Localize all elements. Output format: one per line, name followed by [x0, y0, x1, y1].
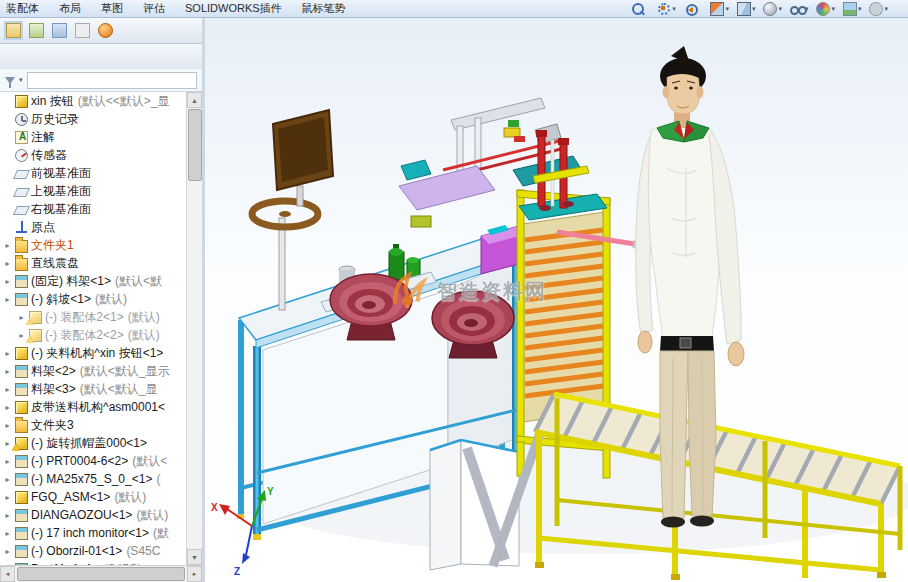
- expand-arrow[interactable]: ▸: [3, 439, 12, 448]
- tree-item[interactable]: ▸ 料架<2> (默认<默认_显示: [0, 362, 187, 380]
- view-settings-icon[interactable]: ▾: [869, 2, 888, 16]
- expand-arrow[interactable]: ▸: [3, 277, 12, 286]
- tree-item[interactable]: ▸ (-) 旋转抓帽盖000<1>: [0, 434, 187, 452]
- expand-arrow[interactable]: ▸: [3, 259, 12, 268]
- chevron-down-icon[interactable]: ▾: [725, 5, 729, 13]
- tree-item[interactable]: ▸ 传感器: [0, 146, 187, 164]
- expand-arrow[interactable]: ▸: [3, 493, 12, 502]
- tree-horizontal-scrollbar[interactable]: ◂ ▸: [0, 565, 202, 582]
- propertymanager-tab-icon[interactable]: [29, 23, 44, 38]
- expand-arrow[interactable]: ▸: [17, 313, 26, 322]
- scroll-left-button[interactable]: ◂: [0, 566, 15, 582]
- previous-view-icon[interactable]: ▾: [684, 2, 703, 16]
- tree-item[interactable]: ▸ 历史记录: [0, 110, 187, 128]
- tree-item[interactable]: ▸ 注解: [0, 128, 187, 146]
- tree-item[interactable]: ▸ 原点: [0, 218, 187, 236]
- chevron-down-icon[interactable]: ▾: [858, 5, 862, 13]
- graphics-viewport[interactable]: X Y Z 智造资料网: [205, 18, 908, 582]
- tree-item[interactable]: ▸ 料架<3> (默认<默认_显: [0, 380, 187, 398]
- filter-caret-icon[interactable]: ▾: [19, 76, 23, 84]
- scroll-down-button[interactable]: ▼: [187, 549, 202, 565]
- tree-item[interactable]: ▸ DIANGAOZOU<1> (默认): [0, 506, 187, 524]
- expand-arrow[interactable]: ▸: [3, 421, 12, 430]
- tree-item[interactable]: ▸ FGQ_ASM<1> (默认): [0, 488, 187, 506]
- tree-item[interactable]: ▸ 上视基准面: [0, 182, 187, 200]
- zoom-fit-icon[interactable]: ▾: [631, 2, 650, 16]
- item-label: 文件夹1: [31, 237, 74, 254]
- chevron-down-icon[interactable]: ▾: [884, 5, 888, 13]
- tree-item[interactable]: ▸ (-) 装配体2<2> (默认): [0, 326, 187, 344]
- expand-arrow[interactable]: ▸: [3, 565, 12, 566]
- section-view-icon[interactable]: ▾: [710, 2, 729, 16]
- expand-arrow[interactable]: ▸: [3, 349, 12, 358]
- tree-item[interactable]: ▸ 右视基准面: [0, 200, 187, 218]
- tree-item[interactable]: ▸ 文件夹3: [0, 416, 187, 434]
- assembly-model[interactable]: X Y Z: [205, 18, 908, 582]
- scroll-right-button[interactable]: ▸: [187, 566, 202, 582]
- configurationmanager-tab-icon[interactable]: [52, 23, 67, 38]
- enclosure-box[interactable]: [430, 440, 519, 570]
- chevron-down-icon[interactable]: ▾: [752, 5, 756, 13]
- hide-show-items-icon[interactable]: ▾: [790, 2, 809, 16]
- tree-item[interactable]: ▸ (-) PRT0004-6<2> (默认<: [0, 452, 187, 470]
- displaymanager-tab-icon[interactable]: [98, 23, 113, 38]
- expand-arrow[interactable]: ▸: [3, 457, 12, 466]
- expand-arrow[interactable]: ▸: [17, 331, 26, 340]
- commandmanager-tab[interactable]: 鼠标笔势: [302, 1, 346, 16]
- featuremanager-tab-icon[interactable]: [6, 23, 21, 38]
- monitor[interactable]: [252, 110, 333, 310]
- scroll-thumb[interactable]: [188, 109, 202, 181]
- tree-vertical-scrollbar[interactable]: ▲ ▼: [186, 92, 202, 565]
- tree-item[interactable]: ▸ 文件夹1: [0, 236, 187, 254]
- tree-item[interactable]: ▸ 前视基准面: [0, 164, 187, 182]
- triad-y-label: Y: [267, 486, 274, 497]
- tree-item[interactable]: ▸ xin 按钮 (默认<<默认>_显: [0, 92, 187, 110]
- item-label: (-) 夹料机构^xin 按钮<1>: [31, 345, 163, 362]
- expand-arrow[interactable]: ▸: [3, 295, 12, 304]
- commandmanager-tab[interactable]: SOLIDWORKS插件: [185, 1, 282, 16]
- filter-funnel-icon[interactable]: [5, 77, 15, 84]
- item-label: 皮带送料机构^asm0001<: [31, 399, 165, 416]
- tree-item[interactable]: ▸ (-) Oborzil-01<1> (S45C: [0, 542, 187, 560]
- warning-icon: [12, 443, 20, 451]
- commandmanager-tab[interactable]: 评估: [143, 1, 165, 16]
- apply-scene-icon[interactable]: ▾: [843, 2, 862, 16]
- scroll-up-button[interactable]: ▲: [187, 92, 202, 108]
- zoom-area-icon[interactable]: ▾: [657, 2, 676, 16]
- expand-arrow[interactable]: ▸: [3, 511, 12, 520]
- display-style-icon[interactable]: ▾: [763, 2, 782, 16]
- expand-arrow[interactable]: ▸: [3, 385, 12, 394]
- chevron-down-icon[interactable]: ▾: [672, 5, 676, 13]
- expand-arrow[interactable]: ▸: [3, 367, 12, 376]
- commandmanager-tab[interactable]: 装配体: [6, 1, 39, 16]
- item-icon: [13, 170, 30, 179]
- chevron-down-icon[interactable]: ▾: [831, 5, 835, 13]
- tree-item[interactable]: ▸ (-) 斜坡<1> (默认): [0, 290, 187, 308]
- commandmanager-tab[interactable]: 布局: [59, 1, 81, 16]
- tree-item[interactable]: ▸ (-) 装配体2<1> (默认): [0, 308, 187, 326]
- expand-arrow[interactable]: ▸: [3, 403, 12, 412]
- chevron-down-icon[interactable]: ▾: [778, 5, 782, 13]
- item-icon: [29, 311, 42, 324]
- item-label: 传感器: [31, 147, 67, 164]
- tree-item[interactable]: ▸ Part11_1<1> (S45C): [0, 560, 187, 565]
- tree-item[interactable]: ▸ 直线震盘: [0, 254, 187, 272]
- tree-item[interactable]: ▸ (固定) 料架<1> (默认<默: [0, 272, 187, 290]
- commandmanager-tab[interactable]: 草图: [101, 1, 123, 16]
- expand-arrow[interactable]: ▸: [3, 475, 12, 484]
- tree-item[interactable]: ▸ 皮带送料机构^asm0001<: [0, 398, 187, 416]
- item-config-label: (默认): [128, 309, 160, 326]
- item-icon: [29, 329, 42, 342]
- edit-appearance-icon[interactable]: ▾: [816, 2, 835, 16]
- expand-arrow[interactable]: ▸: [3, 547, 12, 556]
- expand-arrow[interactable]: ▸: [3, 529, 12, 538]
- view-orientation-icon[interactable]: ▾: [737, 2, 756, 16]
- expand-arrow[interactable]: ▸: [3, 241, 12, 250]
- dimxpertmanager-tab-icon[interactable]: [75, 23, 90, 38]
- tree-item[interactable]: ▸ (-) 17 inch monitor<1> (默: [0, 524, 187, 542]
- tree-item[interactable]: ▸ (-) 夹料机构^xin 按钮<1>: [0, 344, 187, 362]
- item-icon: [15, 420, 28, 433]
- scroll-thumb-horizontal[interactable]: [17, 567, 185, 581]
- tree-filter-input[interactable]: [27, 72, 197, 89]
- tree-item[interactable]: ▸ (-) MA25x75_S_0_<1> (: [0, 470, 187, 488]
